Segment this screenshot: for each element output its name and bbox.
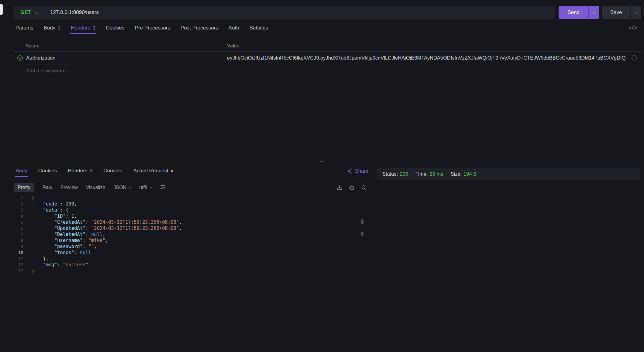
tab-pre-processors[interactable]: Pre Processors — [135, 22, 170, 34]
tab-params[interactable]: Params — [15, 22, 33, 34]
time-group: Time:29 ms — [415, 171, 443, 177]
view-pretty-button[interactable]: Pretty — [14, 183, 34, 192]
tab-actual-request[interactable]: Actual Request — [133, 164, 173, 177]
copy-icon[interactable] — [349, 185, 354, 190]
code-line: 10 "todos": null — [14, 250, 366, 256]
tab-response-console[interactable]: Console — [103, 164, 122, 177]
request-tab-bar: Params Body1 Headers1 Cookies Pre Proces… — [15, 22, 268, 34]
request-url-bar: GET 127.0.0.1:8090/users — [14, 6, 555, 19]
response-view-toolbar: Pretty Raw Preview Visualize JSON utf8 — [14, 181, 165, 194]
column-header-name: Name — [26, 43, 227, 49]
view-raw-button[interactable]: Raw — [43, 185, 52, 190]
code-line: 7 "DeletedAt": null, — [14, 231, 366, 237]
code-line: 9 "password": "", — [14, 243, 366, 250]
code-editor[interactable]: 1{2 "code": 200,3 "data": {4 "ID": 1,5 "… — [14, 195, 366, 274]
response-action-icons — [337, 181, 367, 194]
sidebar-collapse-handle[interactable] — [0, 4, 3, 15]
tab-body[interactable]: Body1 — [44, 22, 61, 34]
header-name-input[interactable]: Authorization — [26, 55, 227, 61]
chevron-down-icon — [150, 186, 152, 188]
tab-response-headers[interactable]: Headers3 — [68, 164, 92, 177]
view-preview-button[interactable]: Preview — [60, 185, 78, 190]
column-header-value: Value — [227, 43, 641, 49]
save-button-group: Save — [602, 6, 641, 19]
code-line: 3 "data": { — [14, 207, 366, 213]
response-headers-count-badge: 3 — [90, 168, 92, 174]
resize-handle-icon[interactable]: ⋯ — [320, 158, 325, 164]
headers-table-header: Name Value — [14, 40, 641, 52]
response-vertical-divider — [370, 163, 370, 352]
add-param-placeholder: Add a new param — [14, 68, 65, 74]
check-circle-icon — [17, 55, 23, 61]
status-group: Status:200 — [382, 171, 408, 177]
status-value: 200 — [400, 171, 408, 177]
remove-row-button[interactable] — [627, 55, 641, 61]
scrollbar-mark — [361, 232, 363, 236]
format-select[interactable]: JSON — [113, 185, 131, 190]
scrollbar-mark — [361, 219, 363, 224]
tab-response-cookies[interactable]: Cookies — [38, 164, 57, 177]
code-line: 13} — [14, 268, 366, 274]
url-input[interactable]: 127.0.0.1:8090/users — [50, 9, 99, 16]
wrap-lines-icon[interactable] — [160, 185, 165, 191]
body-count-badge: 1 — [58, 25, 60, 31]
tab-headers[interactable]: Headers1 — [71, 22, 95, 34]
tab-post-processors[interactable]: Post Processors — [181, 22, 218, 34]
chevron-down-icon — [129, 186, 131, 188]
code-line: 6 "UpdatedAt": "2024-03-12T17:59:23.256+… — [14, 225, 366, 231]
send-button[interactable]: Send — [559, 6, 588, 19]
send-dropdown-button[interactable] — [588, 6, 599, 19]
save-dropdown-button[interactable] — [630, 6, 641, 19]
header-value-input[interactable]: eyJhbGciOiJIUzI1NiIsInR5cCI6IkpXVCJ9.eyJ… — [227, 55, 627, 61]
response-status-bar: Status:200 Time:29 ms Size:194 B — [377, 168, 640, 180]
code-line: 4 "ID": 1, — [14, 213, 366, 219]
size-group: Size:194 B — [450, 171, 477, 177]
tab-settings[interactable]: Settings — [250, 22, 268, 34]
encoding-select[interactable]: utf8 — [139, 185, 152, 190]
headers-table: Name Value Authorization eyJhbGciOiJIUzI… — [14, 40, 641, 77]
table-row: Authorization eyJhbGciOiJIUzI1NiIsInR5cC… — [14, 52, 641, 64]
status-dot — [171, 170, 173, 172]
method-selector[interactable]: GET — [14, 9, 31, 16]
chevron-down-icon — [634, 10, 638, 14]
size-value: 194 B — [463, 171, 477, 177]
add-param-row[interactable]: Add a new param — [14, 64, 641, 77]
tab-auth[interactable]: Auth — [229, 22, 239, 34]
code-line: 12 "msg": "success" — [14, 262, 366, 268]
headers-count-badge: 1 — [93, 25, 96, 31]
share-button[interactable]: Share — [347, 164, 368, 177]
view-visualize-button[interactable]: Visualize — [86, 185, 105, 190]
code-line: 1{ — [14, 195, 366, 201]
minus-circle-icon — [631, 55, 637, 61]
tab-cookies[interactable]: Cookies — [106, 22, 124, 34]
send-button-group: Send — [559, 6, 599, 19]
code-line: 8 "username": "mike", — [14, 237, 366, 243]
code-line: 2 "code": 200, — [14, 201, 366, 207]
response-tab-bar: Body Cookies Headers3 Console Actual Req… — [15, 164, 173, 177]
search-icon[interactable] — [361, 185, 367, 190]
code-line: 11 }, — [14, 256, 366, 262]
code-line: 5 "CreatedAt": "2024-03-12T17:59:23.256+… — [14, 219, 366, 225]
header-enabled-toggle[interactable] — [14, 55, 26, 61]
time-value: 29 ms — [430, 171, 443, 177]
save-button[interactable]: Save — [602, 6, 630, 19]
tab-response-body[interactable]: Body — [15, 164, 27, 177]
chevron-down-icon — [592, 10, 596, 14]
share-icon — [347, 168, 353, 174]
code-view-icon[interactable]: </> — [629, 25, 637, 30]
download-icon[interactable] — [337, 185, 342, 190]
chevron-down-icon[interactable] — [36, 10, 38, 15]
